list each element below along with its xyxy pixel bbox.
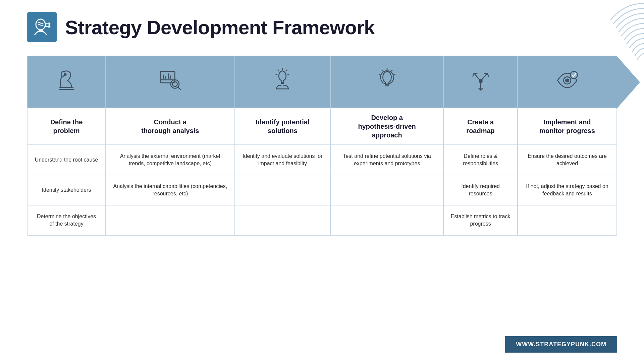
data-cell-3-5: Establish metrics to track progress [443,205,518,235]
data-cell-1-1: Understand the root cause [27,145,106,175]
svg-line-21 [278,70,279,71]
svg-line-32 [474,73,481,81]
data-cell-3-6 [518,205,617,235]
data-cell-2-2: Analysis the internal capabilities (comp… [106,175,235,205]
data-cell-1-3: Identify and evaluate solutions for impa… [235,145,330,175]
title-cell-4: Develop ahypothesis-drivenapproach [330,108,443,145]
svg-line-29 [382,70,383,71]
table-wrapper: Define theproblem Conduct athorough anal… [27,56,617,236]
data-row-1: Understand the root cause Analysis the e… [27,145,617,175]
analysis-icon [158,68,182,93]
logo-box [27,12,57,42]
footer-website: WWW.STRATEGYPUNK.COM [505,336,617,353]
title-cell-6: Implement andmonitor progress [518,108,617,145]
icon-cell-solutions [235,56,330,108]
svg-line-19 [286,70,287,71]
data-cell-2-5: Identify required resources [443,175,518,205]
title-cell-2: Conduct athorough analysis [106,108,235,145]
data-cell-2-3 [235,175,330,205]
svg-line-27 [391,70,392,71]
data-cell-3-4 [330,205,443,235]
svg-rect-7 [161,71,175,83]
svg-point-4 [64,73,66,75]
data-cell-3-1: Determine the objectives of the strategy [27,205,106,235]
data-cell-2-6: If not, adjust the strategy based on fee… [518,175,617,205]
data-cell-3-2 [106,205,235,235]
data-cell-2-4 [330,175,443,205]
title-cell-5: Create aroadmap [443,108,518,145]
icon-cell-hypothesis [330,56,443,108]
svg-point-36 [566,79,569,82]
title-cell-1: Define theproblem [27,108,106,145]
chess-icon [54,68,78,93]
icon-row [27,56,617,108]
roadmap-icon [469,68,493,93]
data-cell-1-6: Ensure the desired outcomes are achieved [518,145,617,175]
header: Strategy Development Framework [0,0,644,49]
footer: WWW.STRATEGYPUNK.COM [505,336,617,353]
svg-line-20 [288,74,289,74]
svg-line-30 [379,74,380,75]
data-row-3: Determine the objectives of the strategy… [27,205,617,235]
monitor-icon [555,68,579,93]
svg-point-0 [36,19,45,30]
data-cell-1-2: Analysis the external environment (marke… [106,145,235,175]
logo-icon [31,16,53,38]
hypothesis-icon [375,68,399,93]
data-cell-1-5: Define roles & responsibilities [443,145,518,175]
data-row-2: Identify stakeholders Analysis the inter… [27,175,617,205]
data-cell-1-4: Test and refine potential solutions via … [330,145,443,175]
title-row: Define theproblem Conduct athorough anal… [27,108,617,145]
data-cell-3-3 [235,205,330,235]
arrow-point [616,56,640,109]
title-cell-3: Identify potentialsolutions [235,108,330,145]
solutions-icon [270,68,294,93]
svg-line-33 [481,73,487,81]
main-content: Define theproblem Conduct athorough anal… [0,49,644,246]
icon-cell-monitor [518,56,617,108]
framework-table: Define theproblem Conduct athorough anal… [27,56,617,236]
icon-cell-chess [27,56,106,108]
svg-line-15 [178,87,180,89]
page-title: Strategy Development Framework [65,16,375,39]
svg-point-37 [570,71,578,79]
data-cell-2-1: Identify stakeholders [27,175,106,205]
svg-line-28 [393,74,395,75]
icon-cell-analysis [106,56,235,108]
icon-cell-roadmap [443,56,518,108]
svg-line-22 [276,74,277,74]
